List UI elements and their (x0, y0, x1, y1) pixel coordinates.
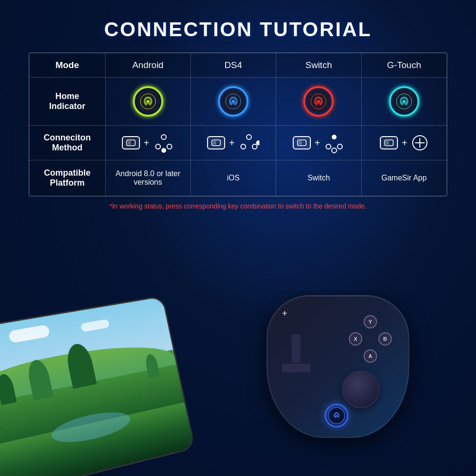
svg-rect-13 (128, 141, 131, 145)
switch-platform: Switch (276, 160, 361, 196)
switch-btn-icon (293, 136, 311, 149)
gtouch-platform: GameSir App (361, 160, 446, 196)
abxy-cluster: Y X B A (347, 315, 394, 363)
gtouch-header: G-Touch (361, 53, 446, 78)
switch-indicator-circle (303, 86, 334, 117)
compatible-platform-label: Compatible Platform (30, 160, 106, 196)
switch-conn-method: + (276, 126, 361, 160)
android-platform: Android 8.0 or later versions (105, 160, 190, 196)
x-button: X (349, 332, 362, 346)
svg-point-8 (317, 100, 320, 103)
svg-rect-25 (298, 141, 302, 145)
svg-point-26 (332, 135, 337, 139)
table-wrapper: Mode Android DS4 Switch G-Touch HomeIndi… (29, 52, 447, 197)
android-conn-method: + (105, 126, 190, 160)
svg-point-11 (403, 100, 406, 103)
switch-header: Switch (276, 53, 361, 78)
ds4-btn-icon (207, 136, 225, 149)
svg-point-29 (332, 148, 337, 153)
android-indicator (105, 78, 190, 126)
dpad (282, 334, 310, 372)
gtouch-indicator-circle (389, 86, 419, 117)
b-button: B (378, 332, 392, 346)
svg-point-21 (241, 144, 246, 149)
svg-point-15 (156, 144, 160, 149)
svg-point-14 (161, 135, 166, 139)
switch-indicator (276, 78, 361, 126)
mode-label: Mode (30, 53, 106, 78)
home-indicator-label: HomeIndicator (30, 78, 106, 126)
plus-button: + (279, 308, 290, 318)
android-header: Android (105, 53, 190, 78)
table-row-compatible-platform: Compatible Platform Android 8.0 or later… (30, 160, 447, 196)
ds4-conn-method: + (190, 126, 276, 160)
page-title: CONNECTION TUTORIAL (0, 0, 476, 52)
table-row-connection-method: ConnecitonMethod + (30, 126, 447, 160)
phone-mockup (0, 290, 249, 476)
svg-point-2 (147, 100, 149, 103)
controller-mockup: + Y X B A (267, 295, 447, 466)
svg-point-28 (337, 144, 342, 149)
svg-point-35 (335, 415, 338, 417)
joystick (342, 370, 380, 408)
connection-table: Mode Android DS4 Switch G-Touch HomeIndi… (29, 53, 447, 196)
svg-point-23 (256, 140, 259, 145)
ds4-platform: iOS (190, 160, 276, 196)
footnote: *In working status, press corresponding … (29, 197, 447, 214)
android-btn-icon (122, 136, 140, 149)
svg-point-20 (247, 135, 251, 139)
android-indicator-circle (133, 86, 163, 117)
ds4-indicator (190, 78, 276, 126)
svg-point-16 (167, 144, 172, 149)
bottom-decorative-area: + Y X B A (0, 290, 476, 476)
table-row-home-indicator: HomeIndicator (30, 78, 447, 126)
home-button (325, 404, 348, 427)
ds4-header: DS4 (190, 53, 276, 78)
gtouch-btn-icon (380, 136, 398, 149)
svg-point-5 (232, 100, 235, 103)
table-row-mode: Mode Android DS4 Switch G-Touch (30, 53, 447, 78)
y-button: Y (364, 315, 377, 328)
ds4-indicator-circle (218, 86, 248, 117)
a-button: A (364, 349, 377, 363)
connection-method-label: ConnecitonMethod (30, 126, 106, 160)
svg-point-27 (326, 144, 331, 149)
gtouch-indicator (361, 78, 446, 126)
svg-rect-19 (213, 141, 216, 145)
gtouch-conn-method: + (361, 126, 446, 160)
svg-rect-31 (386, 141, 389, 145)
svg-point-22 (252, 144, 257, 149)
svg-point-17 (161, 148, 166, 153)
